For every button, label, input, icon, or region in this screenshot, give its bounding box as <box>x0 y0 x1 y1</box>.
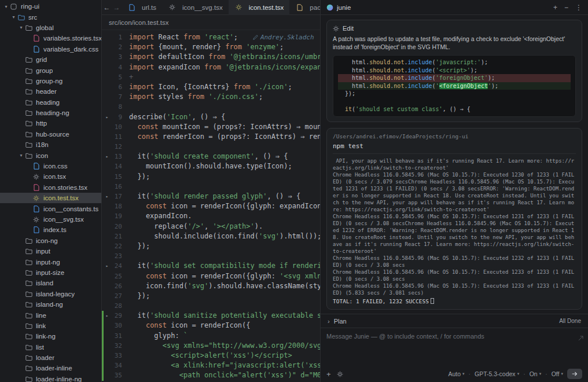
code-line[interactable]: 22 }); <box>102 241 320 251</box>
tree-item-index.ts[interactable]: index.ts <box>0 225 101 235</box>
tree-item-icon__constants.ts[interactable]: icon__constants.ts <box>0 203 101 214</box>
tree-item-group-ng[interactable]: group-ng <box>0 76 101 86</box>
toggle-off-selector[interactable]: Off ▾ <box>552 370 563 377</box>
code-line[interactable]: 8 <box>102 102 320 112</box>
tree-item-loader-inline-ng[interactable]: loader-inline-ng <box>0 374 101 382</box>
tree-item-input[interactable]: input <box>0 246 101 256</box>
toggle-on-selector[interactable]: On ▾ <box>530 370 542 377</box>
tree-item-global[interactable]: ▾global <box>0 23 101 33</box>
chevron-down-icon[interactable]: ▾ <box>18 153 24 158</box>
code-line[interactable]: 31 glyph: ` <box>102 331 320 341</box>
tree-item-icon.stories.tsx[interactable]: icon.stories.tsx <box>0 182 101 193</box>
tree-item-src[interactable]: ▾src <box>0 12 101 22</box>
code-line[interactable]: 1import React from 'react';Andrey.Skladc… <box>102 32 320 42</box>
code-line[interactable]: 15 }); <box>102 172 320 182</box>
tab-icon__svg.tsx[interactable]: icon__svg.tsx <box>162 0 229 15</box>
code-line[interactable]: 6import Icon, {IconAttrs} from './icon'; <box>102 82 320 92</box>
breadcrumb[interactable]: src/icon/icon.test.tsx <box>102 15 320 30</box>
tree-item-icon.tsx[interactable]: icon.tsx <box>0 171 101 182</box>
tree-item-header[interactable]: header <box>0 86 101 97</box>
tree-item-ring-ui[interactable]: ▾ring-ui <box>0 1 101 12</box>
code-line[interactable]: 4import expandIcon from '@jetbrains/icon… <box>102 63 320 72</box>
tree-item-link[interactable]: link <box>0 321 101 331</box>
tree-item-input-size[interactable]: input-size <box>0 267 101 278</box>
mode-selector[interactable]: Auto ▾ <box>448 370 464 377</box>
send-button[interactable] <box>567 369 582 379</box>
model-selector[interactable]: GPT-5.3-codex ▾ <box>475 370 519 377</box>
tree-item-variables.stories.tsx[interactable]: variables.stories.tsx <box>0 33 101 43</box>
code-line[interactable]: ▸17 it('should render passed glyph', () … <box>102 192 320 201</box>
code-line[interactable]: 28 <box>102 301 320 311</box>
code-line[interactable]: 14 mountIcon().should.have.type(Icon); <box>102 161 320 171</box>
tree-item-group[interactable]: group <box>0 65 101 75</box>
code-line[interactable]: 11 const renderIcon = (props?: IconAttrs… <box>102 132 320 142</box>
fold-icon[interactable]: ▸ <box>102 261 110 271</box>
edit-action-chip[interactable]: Edit <box>333 25 576 32</box>
tab-icon.test.tsx[interactable]: icon.test.tsx <box>229 0 290 15</box>
code-line[interactable]: ▸29 it('should sanitize potentially exec… <box>102 311 320 321</box>
nav-forward-icon[interactable]: → <box>112 3 122 12</box>
code-line[interactable]: ▸9describe('Icon', () ⇒ { <box>102 112 320 122</box>
blame-annotation[interactable]: Andrey.Skladch <box>253 32 314 42</box>
more-options-icon[interactable]: ⋮ <box>575 3 582 12</box>
tree-item-line[interactable]: line <box>0 310 101 320</box>
tree-item-grid[interactable]: grid <box>0 54 101 65</box>
tree-item-http[interactable]: http <box>0 118 101 128</box>
tree-item-island[interactable]: island <box>0 278 101 288</box>
code-line[interactable]: 16 <box>102 182 320 192</box>
tree-item-heading[interactable]: heading <box>0 97 101 108</box>
tree-item-island-ng[interactable]: island-ng <box>0 299 101 310</box>
code-line[interactable]: 18 const icon = renderIcon({glyph: expan… <box>102 201 320 211</box>
code-line[interactable]: 25 const icon = renderIcon({glyph: '<svg… <box>102 271 320 281</box>
fold-icon[interactable]: ▸ <box>102 152 110 161</box>
code-line[interactable]: 7import styles from './icon.css'; <box>102 92 320 102</box>
code-line[interactable]: 23 <box>102 251 320 261</box>
new-chat-icon[interactable]: + <box>553 3 557 12</box>
code-editor[interactable]: 1import React from 'react';Andrey.Skladc… <box>102 30 320 382</box>
code-line[interactable]: ▸24 it('should set compatibility mode if… <box>102 261 320 271</box>
code-line[interactable]: 21 should.include(icon.find('svg').html(… <box>102 232 320 241</box>
tree-item-list[interactable]: list <box>0 342 101 352</box>
tree-item-icon.css[interactable]: icon.css <box>0 161 101 171</box>
code-line[interactable]: 27 }); <box>102 291 320 301</box>
chevron-down-icon[interactable]: ▾ <box>3 4 9 9</box>
code-line[interactable]: 10 const mountIcon = (props?: IconAttrs)… <box>102 122 320 132</box>
code-line[interactable]: 20 replace('/>', '></path>'). <box>102 222 320 232</box>
code-line[interactable]: 30 const icon = renderIcon({ <box>102 321 320 330</box>
chevron-down-icon[interactable]: ▾ <box>18 25 24 30</box>
code-line[interactable]: 33 <script>alert('xss')</script> <box>102 351 320 361</box>
tab-url.ts[interactable]: url.ts <box>122 0 162 15</box>
tree-item-island-legacy[interactable]: island-legacy <box>0 289 101 299</box>
code-line[interactable]: 32 <svg xmlns="http://www.w3.org/2000/sv… <box>102 341 320 351</box>
settings-gear-icon[interactable] <box>337 371 343 377</box>
code-line[interactable]: 34 <a xlink:href="javascript:alert('xss'… <box>102 361 320 370</box>
code-line[interactable]: ▸13 it('should create component', () ⇒ { <box>102 152 320 161</box>
code-line[interactable]: 3import defaultIcon from '@jetbrains/ico… <box>102 52 320 62</box>
tree-item-icon-ng[interactable]: icon-ng <box>0 236 101 246</box>
nav-back-icon[interactable]: ← <box>102 3 112 12</box>
chevron-down-icon[interactable]: ▾ <box>10 14 17 20</box>
fold-icon[interactable]: ▸ <box>102 112 110 122</box>
tab-package.json[interactable]: package.json <box>289 0 320 15</box>
tree-item-hub-source[interactable]: hub-source <box>0 129 101 139</box>
fold-icon[interactable]: ▸ <box>102 192 110 201</box>
tree-item-variables_dark.css[interactable]: variables_dark.css <box>0 44 101 54</box>
tree-item-icon__svg.tsx[interactable]: icon__svg.tsx <box>0 214 101 225</box>
tree-item-i18n[interactable]: i18n <box>0 139 101 150</box>
tree-item-link-ng[interactable]: link-ng <box>0 331 101 341</box>
code-line[interactable]: 26 icon.find('svg').should.have.classNam… <box>102 281 320 291</box>
attach-icon[interactable]: + <box>326 370 331 379</box>
tree-item-loader-inline[interactable]: loader-inline <box>0 363 101 373</box>
code-line[interactable]: 2import {mount, render} from 'enzyme'; <box>102 42 320 52</box>
code-line[interactable]: 12 <box>102 142 320 152</box>
tree-item-heading-ng[interactable]: heading-ng <box>0 108 101 118</box>
code-line[interactable]: 5+ <box>102 72 320 82</box>
tree-item-input-ng[interactable]: input-ng <box>0 256 101 267</box>
tree-item-icon[interactable]: ▾icon <box>0 150 101 160</box>
tree-item-icon.test.tsx[interactable]: icon.test.tsx <box>0 193 101 203</box>
code-line[interactable]: 19 expandIcon. <box>102 211 320 221</box>
tree-item-loader[interactable]: loader <box>0 352 101 363</box>
expand-input-icon[interactable] <box>578 333 583 343</box>
minimize-icon[interactable]: − <box>564 3 568 12</box>
code-line[interactable]: 35 <path onclick="alert('xss')" d="M0 0"… <box>102 370 320 380</box>
